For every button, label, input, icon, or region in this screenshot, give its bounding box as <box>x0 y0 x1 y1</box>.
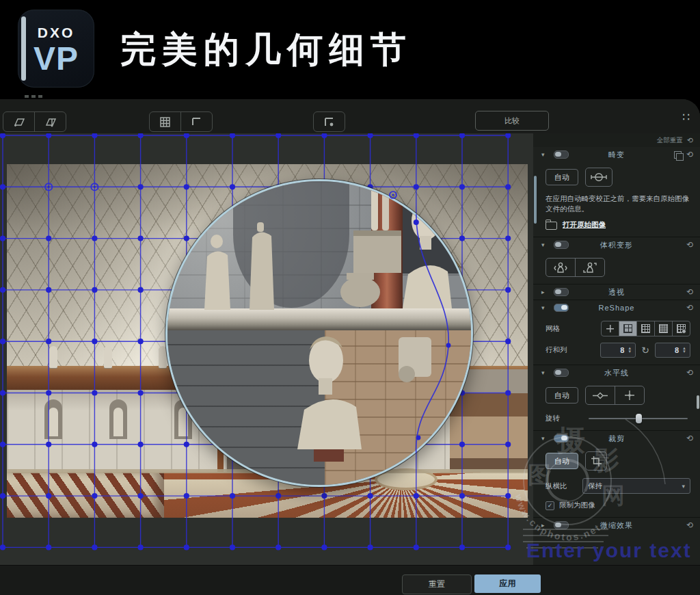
grid-toggle-button[interactable] <box>150 112 180 131</box>
crop-manual-button[interactable] <box>585 451 607 471</box>
rows-stepper[interactable]: 8 ▲▼ <box>600 343 636 358</box>
distortion-toggle[interactable] <box>554 150 569 159</box>
expand-icon[interactable]: ▸ <box>541 289 548 295</box>
undo-icon[interactable]: ⟲ <box>686 303 693 313</box>
volume-diagonal-button[interactable] <box>575 259 604 276</box>
panel-section-horizon: ▾ 水平线 ⟲ 自动 <box>533 365 700 430</box>
force-parallel-tool-button[interactable] <box>3 112 34 131</box>
collapse-icon[interactable]: ▾ <box>541 304 548 311</box>
grid-coarse-button[interactable] <box>619 321 637 336</box>
person-diagonal-icon <box>582 262 597 274</box>
medium-grid-icon <box>641 324 650 333</box>
panel-section-reshape: ▾ ReShape ⟲ 网格 行和列 <box>533 300 700 365</box>
collapse-icon[interactable]: ▾ <box>541 435 548 442</box>
collapse-icon[interactable]: ▾ <box>541 369 548 376</box>
compare-button[interactable]: 比较 <box>475 111 549 131</box>
collapse-icon[interactable]: ▾ <box>541 151 548 158</box>
panel-scrollbar[interactable] <box>697 395 699 409</box>
reshape-header[interactable]: ▾ ReShape ⟲ <box>533 300 700 315</box>
grid-icon <box>160 117 170 127</box>
distortion-auto-button[interactable]: 自动 <box>546 169 578 185</box>
open-original-link[interactable]: 打开原始图像 <box>563 220 606 230</box>
eight-point-tool-button[interactable] <box>34 112 66 131</box>
coarse-grid-icon <box>623 324 632 333</box>
expand-icon[interactable]: ▸ <box>541 522 548 529</box>
skew-rectangle-node-icon <box>44 117 57 127</box>
cols-stepper[interactable]: 8 ▲▼ <box>655 343 690 358</box>
rotate-slider[interactable] <box>589 414 688 423</box>
rotate-label: 旋转 <box>546 414 560 423</box>
volume-horizontal-button[interactable] <box>546 259 575 276</box>
reshape-toggle[interactable] <box>554 304 569 312</box>
undo-icon[interactable]: ⟲ <box>686 287 693 297</box>
loupe-magnifier[interactable] <box>165 179 473 487</box>
grid-off-button[interactable] <box>601 321 619 336</box>
volume-toggle[interactable] <box>554 241 569 249</box>
horizon-auto-button[interactable]: 自动 <box>546 387 578 404</box>
horizon-header[interactable]: ▾ 水平线 ⟲ <box>533 365 700 380</box>
collapse-icon[interactable]: ▾ <box>541 241 548 248</box>
horizon-toggle[interactable] <box>554 369 569 377</box>
grid-medium-button[interactable] <box>636 321 655 336</box>
image-canvas[interactable]: 照片：Jerôme Galland <box>0 133 533 595</box>
corner-tool-button[interactable] <box>180 112 212 131</box>
apply-button[interactable]: 应用 <box>474 574 541 593</box>
constrain-checkbox[interactable]: ✓ <box>546 501 554 510</box>
panel-section-perspective: ▸ 透视 ⟲ <box>533 284 700 300</box>
grid-fine-button[interactable] <box>654 321 673 336</box>
perspective-toggle[interactable] <box>554 288 569 296</box>
toolbar: 比较 ∷ <box>0 99 700 134</box>
reset-button[interactable]: 重置 <box>402 574 472 594</box>
miniature-header[interactable]: ▸ 微缩效果 ⟲ <box>533 518 700 533</box>
grid-custom-button[interactable] <box>672 321 690 336</box>
crop-header[interactable]: ▾ 裁剪 ⟲ <box>533 431 700 446</box>
reset-all-label[interactable]: 全部重置 <box>657 136 683 145</box>
volume-header[interactable]: ▾ 体积变形 ⟲ <box>533 237 700 252</box>
volume-mode-segment <box>546 258 605 277</box>
panel-section-crop: ▾ 裁剪 ⟲ 自动 纵横比 保持 <box>533 430 700 517</box>
crop-icon <box>591 456 602 466</box>
barrel-distortion-icon <box>591 172 607 182</box>
level-tool-button[interactable] <box>586 386 615 404</box>
distortion-header[interactable]: ▾ 畸变 ⟲ <box>533 147 700 162</box>
crop-toggle[interactable] <box>554 434 569 442</box>
miniature-toggle[interactable] <box>554 521 569 529</box>
loupe-statues <box>167 181 473 487</box>
loupe-tool-group <box>313 111 345 132</box>
undo-icon[interactable]: ⟲ <box>686 434 693 443</box>
crop-auto-button[interactable]: 自动 <box>546 453 578 469</box>
distortion-manual-button[interactable] <box>585 168 612 187</box>
perspective-header[interactable]: ▸ 透视 ⟲ <box>533 285 700 300</box>
aspect-ratio-value: 保持 <box>588 481 682 491</box>
logo-dxo-text: DXO <box>18 25 94 41</box>
grid-tool-group <box>149 111 213 132</box>
panel-section-distortion: ▾ 畸变 ⟲ 自动 在应用自动畸变校正之前，需要来自原始图像文 <box>533 147 700 237</box>
crosshair-tool-button[interactable] <box>615 386 644 404</box>
app-window: 比较 ∷ <box>0 99 700 595</box>
rows-value: 8 <box>620 346 624 354</box>
undo-icon[interactable]: ⟲ <box>686 520 693 530</box>
undo-icon[interactable]: ⟲ <box>686 150 693 159</box>
cols-value: 8 <box>675 346 679 354</box>
undo-icon[interactable]: ⟲ <box>686 240 693 250</box>
corrections-panel: 全部重置 ⟲ ▾ 畸变 ⟲ 自动 <box>533 133 700 565</box>
aspect-ratio-select[interactable]: 保持 ▾ <box>582 478 690 494</box>
aspect-ratio-label: 纵横比 <box>546 481 567 491</box>
perspective-tool-group <box>3 111 66 132</box>
fullscreen-icon[interactable]: ∷ <box>682 110 690 124</box>
crop-body: 自动 纵横比 保持 ▾ ✓ 限制为图像 <box>533 446 700 517</box>
reset-all-undo-icon[interactable]: ⟲ <box>687 136 693 145</box>
grid-density-label: 网格 <box>546 324 560 334</box>
link-rows-cols-icon[interactable]: ↻ <box>641 345 649 356</box>
undo-icon[interactable]: ⟲ <box>686 368 693 378</box>
chevron-down-icon: ▾ <box>682 483 685 490</box>
distortion-body: 自动 在应用自动畸变校正之前，需要来自原始图像文件的信息。 打开原始图像 <box>533 162 700 237</box>
loupe-anchor-button[interactable] <box>314 112 345 131</box>
bottom-bar: 重置 应用 <box>0 565 700 595</box>
dxo-vp-logo: DXO VP <box>18 10 94 88</box>
crosshair-icon <box>624 390 635 401</box>
grid-density-buttons <box>601 321 690 336</box>
slider-handle[interactable] <box>636 414 642 423</box>
copy-settings-icon[interactable] <box>674 151 682 159</box>
distortion-info-text: 在应用自动畸变校正之前，需要来自原始图像文件的信息。 <box>546 194 692 213</box>
